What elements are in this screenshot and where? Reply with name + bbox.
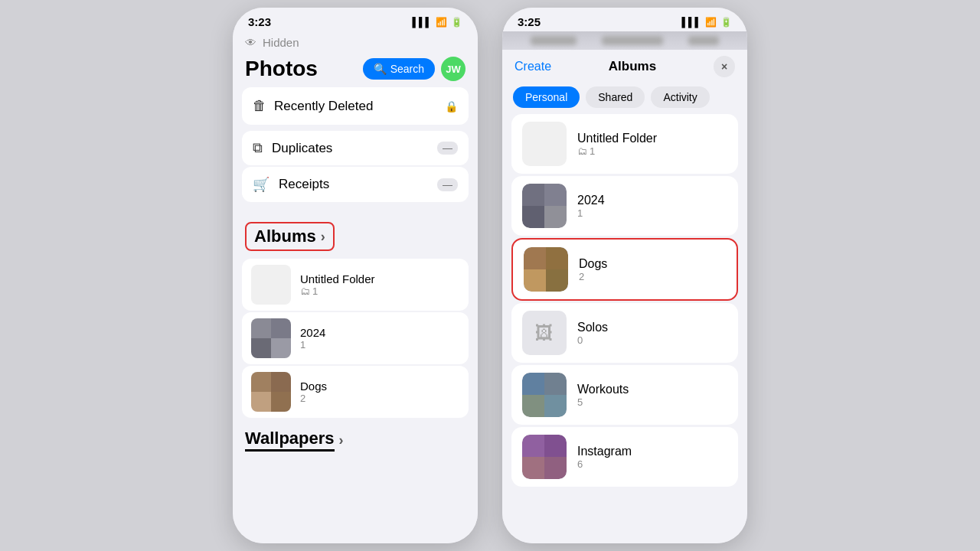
folder-icon: 🗂 [300,285,310,297]
album2-count-dogs: 2 [579,271,607,282]
album-name-dogs: Dogs [300,380,327,393]
album-info-untitled: Untitled Folder 🗂 1 [300,272,375,297]
album2-item-dogs[interactable]: Dogs 2 [511,238,738,301]
album2-info-solos: Solos 0 [577,321,608,346]
album-info-dogs: Dogs 2 [300,380,327,404]
album2-thumb-solos: 🖼 [522,311,567,355]
albums-modal-title: Albums [609,59,656,74]
album2-count-instagram: 6 [577,458,632,470]
tab-shared[interactable]: Shared [586,86,645,108]
recently-deleted-label: Recently Deleted [274,99,373,114]
album2-thumb-2024 [522,184,567,228]
album2-thumb-dogs [524,247,568,292]
album2-info-workouts: Workouts 5 [577,383,629,408]
album-info-2024: 2024 1 [300,326,325,350]
phone1-content: 🗑 Recently Deleted 🔒 ⧉ Duplicates — 🛒 Re… [233,87,478,543]
folder-icon-2: 🗂 [577,145,587,157]
album2-count-untitled: 🗂 1 [577,145,657,157]
album2-count-2024: 1 [577,207,605,219]
album-count-2024: 1 [300,339,325,350]
album-item-untitled[interactable]: Untitled Folder 🗂 1 [242,259,469,311]
menu-item-receipts[interactable]: 🛒 Receipts — [242,167,469,202]
photos-title: Photos [245,57,318,81]
album2-count-workouts: 5 [577,396,629,408]
status-bar-2: 3:25 ▌▌▌ 📶 🔋 [502,8,747,31]
wifi-icon: 📶 [436,17,447,28]
albums-title-box: Albums › [245,222,335,251]
tabs-row: Personal Shared Activity [502,80,747,114]
search-label: Search [390,63,424,75]
album2-count-solos: 0 [577,334,608,346]
album2-info-dogs: Dogs 2 [579,257,607,282]
album-list: Untitled Folder 🗂 1 2024 1 [242,259,469,418]
header-actions: 🔍 Search JW [363,57,466,81]
status-icons-2: ▌▌▌ 📶 🔋 [681,17,732,28]
albums-chevron: › [321,229,325,245]
duplicates-badge: — [437,142,458,155]
wallpapers-title: Wallpapers [245,429,335,452]
receipts-label: Receipts [279,177,329,192]
album-name-untitled: Untitled Folder [300,272,375,285]
modal-header: Create Albums × [502,50,747,80]
album2-item-instagram[interactable]: Instagram 6 [511,427,738,487]
lock-icon: 🔒 [445,100,458,112]
album2-item-2024[interactable]: 2024 1 [511,176,738,236]
phone-1: 3:23 ▌▌▌ 📶 🔋 👁 Hidden Photos 🔍 Search JW [233,8,478,543]
album2-name-workouts: Workouts [577,383,629,396]
search-button[interactable]: 🔍 Search [363,58,435,80]
album-item-dogs[interactable]: Dogs 2 [242,366,469,418]
album2-item-workouts[interactable]: Workouts 5 [511,365,738,425]
album2-info-untitled: Untitled Folder 🗂 1 [577,132,657,157]
album2-name-solos: Solos [577,321,608,334]
hidden-icon: 👁 [245,36,256,49]
trash-icon: 🗑 [253,98,266,114]
album2-info-instagram: Instagram 6 [577,445,632,470]
blur-block-2 [602,36,663,45]
avatar-label: JW [446,64,461,75]
album-thumb-dogs [251,372,291,412]
battery-icon-2: 🔋 [720,17,732,28]
blur-block-1 [531,36,577,45]
status-bar-1: 3:23 ▌▌▌ 📶 🔋 [233,8,478,31]
create-button[interactable]: Create [514,60,551,73]
menu-item-duplicates[interactable]: ⧉ Duplicates — [242,131,469,165]
album-name-2024: 2024 [300,326,325,339]
album2-thumb-instagram [522,435,567,479]
receipts-icon: 🛒 [253,176,270,193]
status-time-1: 3:23 [248,15,271,28]
wallpapers-chevron: › [339,432,344,448]
album-thumb-2024 [251,318,291,358]
tab-activity[interactable]: Activity [651,86,709,108]
album2-item-untitled[interactable]: Untitled Folder 🗂 1 [511,114,738,174]
battery-icon: 🔋 [451,17,462,28]
status-icons-1: ▌▌▌ 📶 🔋 [412,17,462,28]
wallpapers-section[interactable]: Wallpapers › [242,418,469,456]
hidden-row: 👁 Hidden [233,31,478,54]
status-time-2: 3:25 [518,15,541,28]
album2-name-2024: 2024 [577,194,605,207]
tab-personal[interactable]: Personal [513,86,580,108]
close-button[interactable]: × [714,56,735,77]
duplicates-label: Duplicates [272,141,332,156]
album2-name-dogs: Dogs [579,257,607,271]
menu-item-recently-deleted[interactable]: 🗑 Recently Deleted 🔒 [242,87,469,125]
hidden-label: Hidden [263,36,299,49]
album2-info-2024: 2024 1 [577,194,605,219]
phone-2: 3:25 ▌▌▌ 📶 🔋 Create Albums × Personal Sh… [502,8,747,543]
albums-section-header[interactable]: Albums › [242,211,469,259]
blurred-top [502,31,747,50]
signal-icon-2: ▌▌▌ [681,17,701,28]
signal-icon: ▌▌▌ [412,17,432,28]
album-item-2024[interactable]: 2024 1 [242,312,469,364]
blur-block-3 [688,36,719,45]
albums-title: Albums [254,227,316,246]
duplicate-icon: ⧉ [253,140,263,156]
search-icon: 🔍 [374,63,387,75]
album2-item-solos[interactable]: 🖼 Solos 0 [511,303,738,363]
avatar-button[interactable]: JW [441,57,466,81]
receipts-badge: — [437,178,458,191]
album2-name-instagram: Instagram [577,445,632,458]
phone2-content: Untitled Folder 🗂 1 2024 1 [502,114,747,543]
wifi-icon-2: 📶 [705,17,717,28]
album-thumb-untitled [251,265,291,305]
